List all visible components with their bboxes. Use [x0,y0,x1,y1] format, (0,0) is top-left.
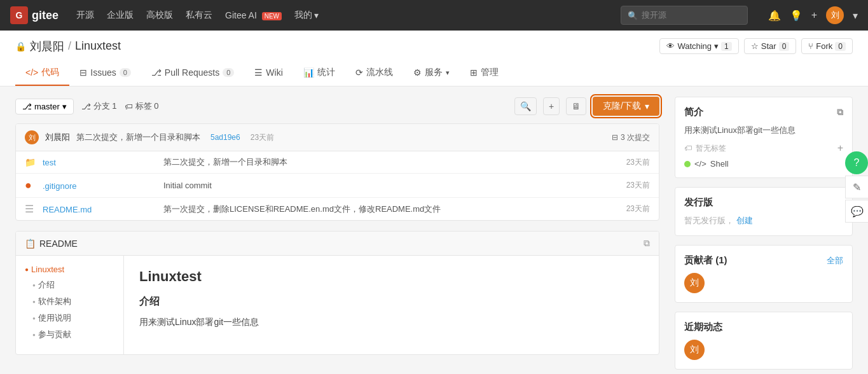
logo[interactable]: G gitee [10,6,59,24]
tab-pipeline-label: 流水线 [366,67,393,78]
issues-badge: 0 [120,68,131,77]
sidebar-recent-activity: 近期动态 刘 [675,312,853,370]
search-bar[interactable]: 🔍 搜开源 [621,6,748,25]
branch-name: master [34,102,60,111]
fork-label: Fork [816,41,832,51]
fork-button[interactable]: ⑂ Fork 0 [801,38,853,54]
repo-name[interactable]: Linuxtest [75,39,121,53]
watching-label: Watching [677,41,712,51]
file-commit-readme: 第一次提交，删除LICENSE和README.en.md文件，修改README.… [163,204,593,215]
tab-issues[interactable]: ⊟ Issues 0 [69,61,141,85]
file-time-test: 23天前 [599,157,650,168]
repo-title: 🔒 刘晨阳 / Linuxtest [15,39,121,54]
toc-item-top[interactable]: Linuxtest [25,265,114,274]
file-link-readme[interactable]: README.md [43,205,92,214]
watching-button[interactable]: 👁 Watching ▾ 1 [659,38,738,54]
file-icon-readme: ☰ [25,203,36,215]
readme-h2: 介绍 [139,295,644,308]
lamp-icon[interactable]: 💡 [790,10,803,22]
readme-title-text: README [39,239,78,249]
star-label: Star [761,41,776,51]
user-avatar[interactable]: 刘 [826,6,844,24]
edit-floating-button[interactable]: ✎ [845,176,868,198]
nav-open-source[interactable]: 开源 [76,10,94,21]
file-commit-gitignore: Initial commit [163,181,593,190]
plus-icon[interactable]: + [811,10,817,21]
sidebar-release: 发行版 暂无发行版， 创建 [675,187,853,236]
contrib-all-link[interactable]: 全部 [827,255,843,267]
tag-icon: 🏷 [125,102,133,111]
tab-stats-label: 统计 [317,67,335,78]
clone-label: 克隆/下载 [603,100,641,112]
tab-pullrequests[interactable]: ⎇ Pull Requests 0 [141,61,245,85]
main-content: ⎇ master ▾ ⎇ 分支 1 🏷 标签 0 🔍 + 🖥 克隆/ [0,87,868,374]
toc-item-intro[interactable]: 介绍 [32,279,114,291]
release-create-link[interactable]: 创建 [736,216,753,225]
wiki-icon: ☰ [254,67,263,78]
activity-avatar: 刘 [684,340,705,360]
add-tag-icon[interactable]: + [837,142,843,154]
commit-count[interactable]: ⊟ 3 次提交 [612,132,650,143]
readme-title: 📋 README [25,239,78,249]
contributor-avatar[interactable]: 刘 [684,273,705,293]
branch-chevron: ▾ [62,102,67,111]
tab-pipeline[interactable]: ⟳ 流水线 [345,60,403,86]
notification-icon[interactable]: 🔔 [768,10,781,22]
tab-wiki[interactable]: ☰ Wiki [244,61,293,85]
tag-icon-sidebar: 🏷 [684,144,692,153]
branch-selector[interactable]: ⎇ master ▾ [15,99,74,114]
tab-stats[interactable]: 📊 统计 [293,60,345,86]
nav-gitee-ai[interactable]: Gitee AI NEW [225,10,282,20]
folder-icon: 📁 [25,157,36,167]
nav-my[interactable]: 我的 ▾ [294,10,319,21]
logo-text: gitee [32,9,59,22]
file-link-gitignore[interactable]: .gitignore [43,181,76,191]
sidebar-no-tag: 🏷 暂无标签 + [684,142,843,154]
tab-manage-label: 管理 [481,67,499,78]
search-files-button[interactable]: 🔍 [514,97,537,115]
chat-floating-button[interactable]: 💬 [845,200,868,223]
toc-item-usage[interactable]: 使用说明 [32,312,114,324]
readme-content: Linuxtest 介绍 用来测试Linux部署git一些信息 [124,256,659,354]
activity-content: 刘 [684,340,843,360]
lock-icon: 🔒 [15,41,26,52]
table-row: 📁 test 第二次提交，新增一个目录和脚本 23天前 [16,151,659,174]
intro-edit-icon[interactable]: ⧉ [837,107,843,118]
sidebar-intro-title: 简介 ⧉ [684,106,843,118]
nav-icon-group: 🔔 💡 + 刘 ▾ [768,6,858,24]
gitee-ai-badge: NEW [262,12,282,20]
toc-item-arch[interactable]: 软件架构 [32,296,114,307]
commit-count-icon: ⊟ [612,133,618,142]
star-button[interactable]: ☆ Star 0 [744,38,797,54]
nav-university[interactable]: 高校版 [146,10,173,21]
repo-right-sidebar: 简介 ⧉ 用来测试Linux部署git一些信息 🏷 暂无标签 + </> She… [675,97,853,374]
toc-item-contrib[interactable]: 参与贡献 [32,329,114,340]
fork-icon: ⑂ [808,41,813,51]
tab-manage[interactable]: ⊞ 管理 [460,60,509,86]
user-menu-chevron[interactable]: ▾ [853,10,858,22]
branch-icon: ⎇ [22,102,32,111]
file-link-test[interactable]: test [43,158,56,167]
contrib-title: 贡献者 (1) [684,254,727,267]
sidebar-intro-desc: 用来测试Linux部署git一些信息 [684,125,843,136]
table-row: ● .gitignore Initial commit 23天前 [16,174,659,198]
readme-edit-icon[interactable]: ⧉ [644,238,650,249]
repo-owner[interactable]: 刘晨阳 [30,39,64,54]
eye-icon: 👁 [666,41,675,51]
readme-para: 用来测试Linux部署git一些信息 [139,315,644,329]
commit-hash[interactable]: 5ad19e6 [210,133,240,142]
clone-download-button[interactable]: 克隆/下载 ▾ [593,97,659,116]
web-ide-button[interactable]: 🖥 [566,97,586,115]
help-button[interactable]: ? [845,151,868,174]
tab-services[interactable]: ⚙ 服务 ▾ [403,60,460,86]
tab-code-label: 代码 [41,67,59,78]
lang-name: Shell [710,159,729,169]
readme-box: 📋 README ⧉ Linuxtest 介绍 软件架构 使用说明 参与贡献 L… [15,231,659,355]
tab-code[interactable]: </> 代码 [15,60,69,86]
add-file-button[interactable]: + [543,97,560,115]
watching-count: 1 [721,42,732,51]
nav-enterprise[interactable]: 企业版 [107,10,134,21]
nav-private-cloud[interactable]: 私有云 [186,10,212,21]
search-icon: 🔍 [628,11,638,20]
manage-icon: ⊞ [470,67,478,78]
